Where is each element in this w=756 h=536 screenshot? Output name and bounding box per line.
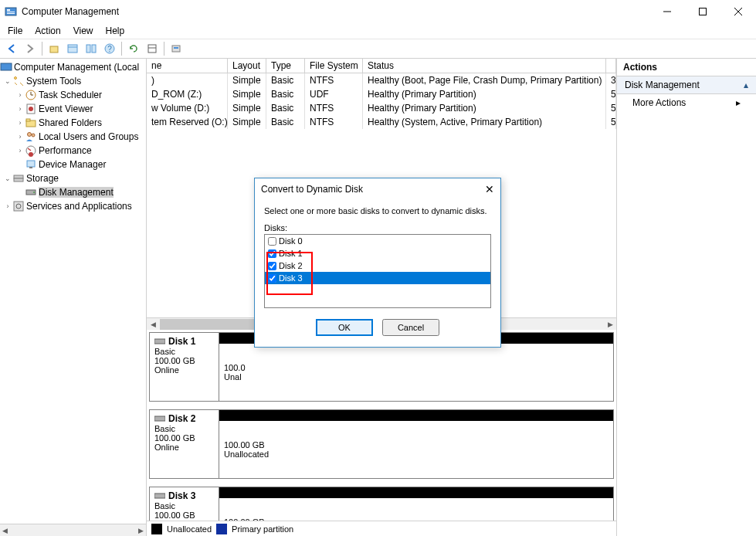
dialog-disk-item[interactable]: Disk 3 [265,272,490,284]
legend-unallocated-swatch [151,524,162,534]
toolbar-icon-1[interactable] [83,40,100,57]
tree-services[interactable]: › Services and Applications [0,199,146,213]
volume-row[interactable]: )SimpleBasicNTFSHealthy (Boot, Page File… [147,73,616,87]
volume-row[interactable]: D_ROM (Z:)SimpleBasicUDFHealthy (Primary… [147,87,616,101]
actions-section[interactable]: Disk Management ▴ [617,76,756,94]
legend-bar: Unallocated Primary partition [147,521,616,536]
disk-graphic-pane: Disk 1Basic100.00 GBOnline100.0UnalDisk … [147,330,616,521]
dialog-disk-item[interactable]: Disk 2 [265,260,490,272]
svg-rect-9 [68,45,77,53]
expand-icon[interactable]: › [15,147,25,154]
tree-disk-management[interactable]: Disk Management [0,185,146,199]
disk-checkbox[interactable] [268,262,276,270]
expand-icon[interactable]: › [15,91,25,99]
tree-task-scheduler[interactable]: › Task Scheduler [0,88,146,102]
expand-icon[interactable]: › [3,202,12,210]
help-button[interactable]: ? [101,40,118,57]
actions-header: Actions [617,59,756,76]
tree-root[interactable]: Computer Management (Local [0,60,146,74]
dialog-disk-list: Disk 0Disk 1Disk 2Disk 3 [264,234,491,308]
col-capacity[interactable] [606,59,616,73]
scroll-left-icon[interactable]: ◀ [147,318,159,331]
disk-icon [25,186,37,198]
svg-rect-8 [50,46,58,53]
svg-point-24 [29,107,33,111]
back-button[interactable] [3,40,20,57]
disk-checkbox[interactable] [268,249,276,258]
collapse-icon[interactable]: ⌄ [3,175,12,182]
menu-action[interactable]: Action [30,24,65,38]
menu-view[interactable]: View [69,24,98,38]
dialog-instruction: Select one or more basic disks to conver… [264,206,491,215]
svg-rect-1 [7,9,10,11]
svg-rect-34 [14,178,23,181]
collapse-icon[interactable]: ⌄ [3,77,12,85]
legend-primary-swatch [216,524,227,534]
tree-device-manager[interactable]: Device Manager [0,158,146,171]
expand-icon[interactable]: › [15,105,25,113]
tree-storage[interactable]: ⌄ Storage [0,171,146,185]
volume-header: ne Layout Type File System Status [147,59,616,73]
svg-rect-15 [148,45,156,53]
svg-rect-3 [7,13,15,14]
convert-dialog: Convert to Dynamic Disk ✕ Select one or … [254,178,501,348]
disk-row[interactable]: Disk 2Basic100.00 GBOnline100.00 GBUnall… [149,409,614,479]
tree-pane: Computer Management (Local ⌄ System Tool… [0,59,147,536]
disk-checkbox[interactable] [268,274,276,283]
disk-partition[interactable]: 100.00 GBUnallocated [219,410,613,478]
tree-local-users[interactable]: › Local Users and Groups [0,130,146,144]
tree-performance[interactable]: › Performance [0,144,146,158]
disk-row[interactable]: Disk 3Basic100.00 GBOnline100.00 GBUnall… [149,487,614,521]
disk-item-label: Disk 3 [279,273,303,283]
menu-file[interactable]: File [3,24,27,38]
disk-partition[interactable]: 100.00 GBUnallocated [219,487,613,521]
actions-more[interactable]: More Actions ▸ [617,94,756,111]
toolbar-icon-3[interactable] [168,40,185,57]
forward-button[interactable] [22,40,39,57]
menu-help[interactable]: Help [101,24,130,38]
clock-icon [25,89,37,101]
tree-system-tools[interactable]: ⌄ System Tools [0,74,146,88]
up-button[interactable] [46,40,63,57]
col-volume[interactable]: ne [147,59,228,73]
dialog-disks-label: Disks: [264,223,491,232]
dialog-title: Convert to Dynamic Disk [261,184,363,195]
svg-rect-39 [154,339,165,344]
expand-icon[interactable]: › [15,119,25,127]
storage-icon [12,172,25,185]
tree-h-scrollbar[interactable]: ◀▶ [0,524,146,536]
svg-point-27 [28,133,32,137]
properties-button[interactable] [64,40,81,57]
col-layout[interactable]: Layout [228,59,266,73]
services-icon [12,200,25,212]
disk-checkbox[interactable] [268,237,276,246]
tree-event-viewer[interactable]: › Event Viewer [0,102,146,116]
dialog-close-button[interactable]: ✕ [485,183,494,195]
minimize-button[interactable] [649,0,685,23]
col-filesystem[interactable]: File System [305,59,363,73]
users-icon [25,131,37,143]
event-icon [25,103,37,115]
volume-row[interactable]: w Volume (D:)SimpleBasicNTFSHealthy (Pri… [147,101,616,115]
disk-item-label: Disk 1 [279,249,303,258]
device-icon [25,158,37,171]
maximize-button[interactable] [685,0,720,23]
toolbar: ? [0,39,756,59]
performance-icon [25,144,37,157]
tree-shared-folders[interactable]: › Shared Folders [0,116,146,130]
expand-icon[interactable]: › [15,133,25,141]
close-button[interactable] [720,0,756,23]
svg-rect-12 [92,45,96,53]
toolbar-icon-2[interactable] [144,40,161,57]
dialog-disk-item[interactable]: Disk 0 [265,235,490,247]
col-type[interactable]: Type [266,59,305,73]
window-title: Computer Management [22,6,649,17]
ok-button[interactable]: OK [316,319,373,336]
scroll-right-icon[interactable]: ▶ [604,318,616,331]
refresh-button[interactable] [125,40,142,57]
dialog-disk-item[interactable]: Disk 1 [265,247,490,260]
cancel-button[interactable]: Cancel [382,319,439,336]
computer-icon [0,61,12,73]
volume-row[interactable]: tem Reserved (O:)SimpleBasicNTFSHealthy … [147,115,616,129]
col-status[interactable]: Status [363,59,606,73]
